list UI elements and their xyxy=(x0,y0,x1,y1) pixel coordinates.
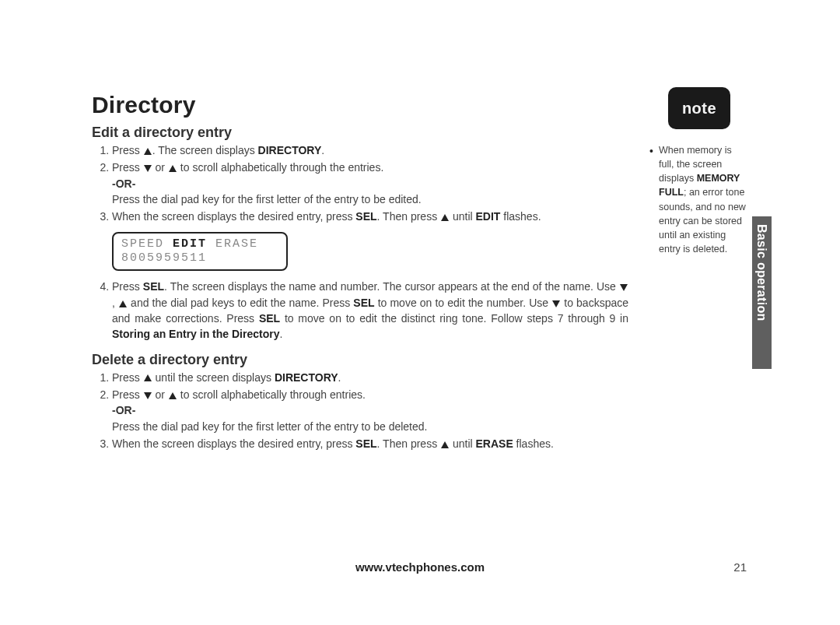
footer-url: www.vtechphones.com xyxy=(0,560,840,574)
down-arrow-icon xyxy=(144,392,152,399)
up-arrow-icon xyxy=(441,441,449,448)
section-tab: Basic operation xyxy=(752,216,772,369)
down-arrow-icon xyxy=(552,300,560,307)
or-label: -OR- xyxy=(112,177,135,190)
note-bullet: • When memory is full, the screen displa… xyxy=(649,143,749,256)
page-content: Directory Edit a directory entry Press .… xyxy=(92,92,628,453)
up-arrow-icon xyxy=(144,374,152,381)
up-arrow-icon xyxy=(441,214,449,221)
or-label: -OR- xyxy=(112,404,135,416)
page-number: 21 xyxy=(733,560,747,574)
edit-steps-cont: Press SEL. The screen displays the name … xyxy=(101,279,628,342)
edit-step-1: Press . The screen displays DIRECTORY. xyxy=(112,142,628,158)
down-arrow-icon xyxy=(144,165,152,172)
delete-step-2: Press or to scroll alphabetically throug… xyxy=(112,387,628,434)
section-tab-label: Basic operation xyxy=(754,224,768,364)
delete-heading: Delete a directory entry xyxy=(92,352,628,368)
edit-step-3: When the screen displays the desired ent… xyxy=(112,209,628,224)
up-arrow-icon xyxy=(169,392,177,399)
up-arrow-icon xyxy=(144,148,152,155)
edit-step-4: Press SEL. The screen displays the name … xyxy=(112,279,628,342)
lcd-line-2: 8005959511 xyxy=(121,251,278,266)
lcd-line-1: SPEED EDIT ERASE xyxy=(121,237,278,252)
page-title: Directory xyxy=(92,92,628,118)
lcd-screen: SPEED EDIT ERASE 8005959511 xyxy=(112,232,288,271)
down-arrow-icon xyxy=(620,284,628,291)
edit-step-2: Press or to scroll alphabetically throug… xyxy=(112,160,628,207)
edit-steps: Press . The screen displays DIRECTORY. P… xyxy=(101,142,628,224)
up-arrow-icon xyxy=(169,165,177,172)
note-label-box: note xyxy=(668,87,730,129)
edit-heading: Edit a directory entry xyxy=(92,125,628,141)
bullet-icon: • xyxy=(649,143,653,159)
delete-step-1: Press until the screen displays DIRECTOR… xyxy=(112,370,628,385)
up-arrow-icon xyxy=(119,300,127,307)
note-label: note xyxy=(682,100,716,118)
delete-step-3: When the screen displays the desired ent… xyxy=(112,436,628,451)
note-column: note • When memory is full, the screen d… xyxy=(649,87,749,256)
delete-steps: Press until the screen displays DIRECTOR… xyxy=(101,370,628,451)
